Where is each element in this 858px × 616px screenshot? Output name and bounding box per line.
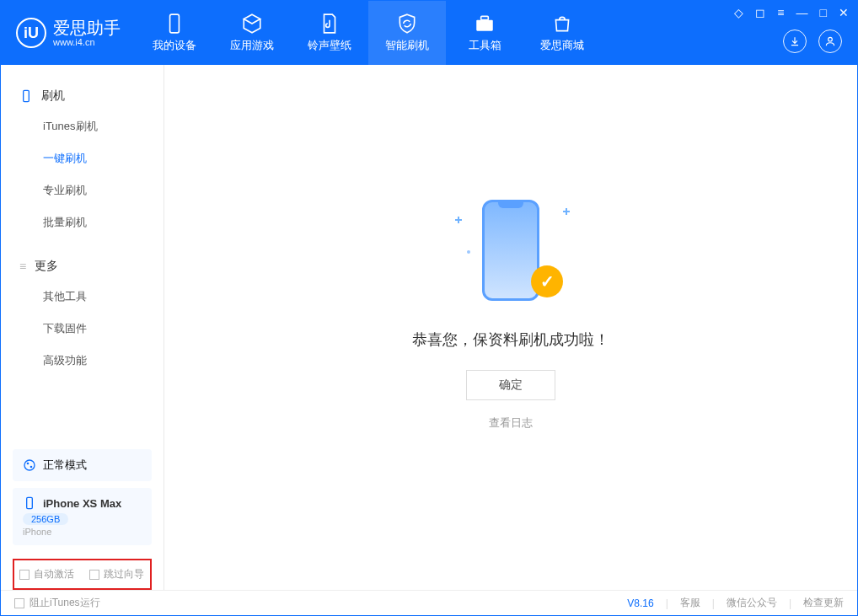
sidebar-section-more: ≡ 更多	[1, 252, 164, 281]
skin-icon[interactable]: ◻	[755, 6, 765, 19]
sidebar-item-itunes-flash[interactable]: iTunes刷机	[1, 110, 164, 142]
svg-rect-2	[481, 16, 489, 19]
checkbox-auto-activate[interactable]: 自动激活	[19, 567, 74, 581]
device-type: iPhone	[23, 527, 142, 537]
svg-point-5	[24, 460, 35, 470]
sidebar-item-pro-flash[interactable]: 专业刷机	[1, 174, 164, 206]
tab-toolbox[interactable]: 工具箱	[446, 1, 523, 65]
cube-icon	[240, 13, 264, 35]
mode-card[interactable]: 正常模式	[13, 449, 152, 481]
storage-badge: 256GB	[23, 513, 68, 525]
minimize-icon[interactable]: —	[796, 6, 808, 19]
footer: 阻止iTunes运行 V8.16 | 客服 | 微信公众号 | 检查更新	[1, 590, 857, 615]
music-file-icon	[318, 13, 341, 35]
ok-button[interactable]: 确定	[466, 370, 555, 400]
window-controls: ◇ ◻ ≡ — □ ✕	[734, 6, 849, 19]
checkbox-skip-guide[interactable]: 跳过向导	[89, 567, 144, 581]
sidebar-item-oneclick-flash[interactable]: 一键刷机	[1, 142, 164, 174]
success-illustration: ✓	[452, 191, 570, 309]
support-link[interactable]: 客服	[680, 596, 700, 610]
sidebar-item-other-tools[interactable]: 其他工具	[1, 281, 164, 313]
main-content: ✓ 恭喜您，保资料刷机成功啦！ 确定 查看日志	[164, 65, 857, 590]
app-subtitle: www.i4.cn	[53, 37, 121, 47]
tab-apps-games[interactable]: 应用游戏	[213, 1, 291, 65]
view-log-link[interactable]: 查看日志	[489, 415, 533, 431]
sidebar-section-flash: 刷机	[1, 82, 164, 110]
svg-rect-4	[24, 90, 29, 101]
checkbox-block-itunes[interactable]: 阻止iTunes运行	[14, 596, 100, 610]
list-icon: ≡	[19, 260, 26, 273]
device-card[interactable]: iPhone XS Max 256GB iPhone	[13, 488, 152, 545]
app-title: 爱思助手	[53, 19, 121, 37]
tab-store[interactable]: 爱思商城	[523, 1, 601, 65]
device-icon	[163, 13, 186, 35]
sidebar: 刷机 iTunes刷机 一键刷机 专业刷机 批量刷机 ≡ 更多 其他工具 下载固…	[1, 65, 164, 590]
mode-icon	[23, 458, 36, 472]
refresh-shield-icon	[395, 13, 419, 35]
highlighted-checkbox-row: 自动激活 跳过向导	[13, 559, 152, 590]
svg-point-3	[829, 37, 833, 41]
tab-smart-flash[interactable]: 智能刷机	[368, 1, 446, 65]
svg-rect-8	[27, 497, 33, 508]
menu-icon[interactable]: ≡	[777, 6, 784, 19]
app-header: iU 爱思助手 www.i4.cn 我的设备 应用游戏 铃声壁纸 智能刷机 工具…	[1, 1, 857, 65]
tab-my-device[interactable]: 我的设备	[136, 1, 213, 65]
toolbox-icon	[473, 13, 496, 35]
version-label: V8.16	[627, 597, 653, 609]
tab-ringtone-wallpaper[interactable]: 铃声壁纸	[291, 1, 368, 65]
svg-rect-1	[476, 20, 493, 31]
app-logo-icon: iU	[16, 18, 46, 48]
download-button[interactable]	[783, 29, 807, 53]
success-message: 恭喜您，保资料刷机成功啦！	[412, 329, 609, 350]
logo-area: iU 爱思助手 www.i4.cn	[1, 1, 136, 65]
phone-icon	[19, 89, 33, 103]
check-update-link[interactable]: 检查更新	[803, 596, 844, 610]
svg-rect-0	[170, 14, 180, 33]
bag-icon	[550, 13, 574, 35]
wechat-link[interactable]: 微信公众号	[727, 596, 777, 610]
svg-point-6	[27, 463, 29, 465]
close-icon[interactable]: ✕	[839, 6, 849, 19]
device-phone-icon	[23, 496, 36, 510]
user-button[interactable]	[818, 29, 842, 53]
svg-point-7	[30, 466, 33, 469]
maximize-icon[interactable]: □	[820, 6, 827, 19]
sidebar-item-advanced[interactable]: 高级功能	[1, 345, 164, 377]
check-icon: ✓	[531, 265, 563, 297]
theme-icon[interactable]: ◇	[734, 6, 743, 19]
sidebar-item-batch-flash[interactable]: 批量刷机	[1, 206, 164, 238]
sidebar-item-download-firmware[interactable]: 下载固件	[1, 313, 164, 345]
